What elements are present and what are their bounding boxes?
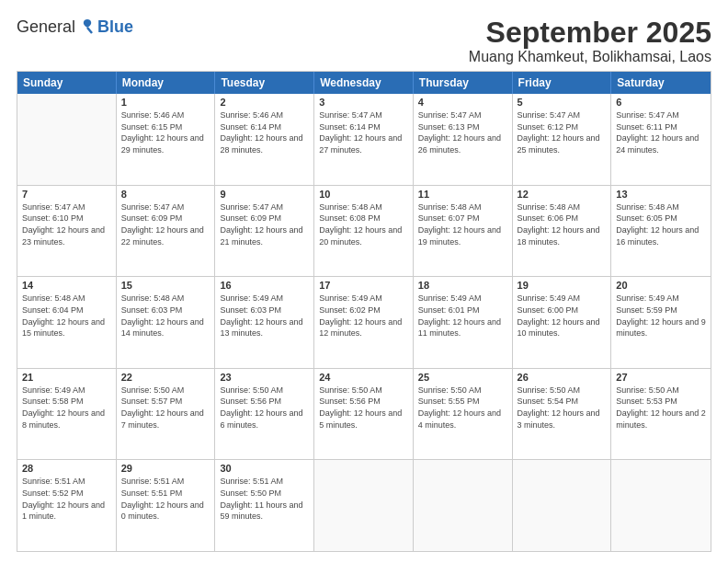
cell-info: Sunrise: 5:46 AM Sunset: 6:14 PM Dayligh… xyxy=(220,109,309,155)
cell-info: Sunrise: 5:50 AM Sunset: 5:57 PM Dayligh… xyxy=(121,385,210,431)
cal-cell-4-0: 28Sunrise: 5:51 AM Sunset: 5:52 PM Dayli… xyxy=(17,460,117,551)
cell-info: Sunrise: 5:48 AM Sunset: 6:05 PM Dayligh… xyxy=(616,201,706,247)
cal-cell-3-2: 23Sunrise: 5:50 AM Sunset: 5:56 PM Dayli… xyxy=(215,369,314,460)
header-friday: Friday xyxy=(513,72,612,94)
cal-cell-4-6 xyxy=(611,460,711,551)
cell-info: Sunrise: 5:48 AM Sunset: 6:07 PM Dayligh… xyxy=(418,201,507,247)
cal-cell-1-0: 7Sunrise: 5:47 AM Sunset: 6:10 PM Daylig… xyxy=(17,186,117,277)
header-thursday: Thursday xyxy=(414,72,513,94)
day-number: 19 xyxy=(518,280,607,291)
day-number: 25 xyxy=(418,372,507,383)
day-number: 10 xyxy=(319,189,408,200)
cal-cell-0-6: 6Sunrise: 5:47 AM Sunset: 6:11 PM Daylig… xyxy=(611,94,711,185)
cell-info: Sunrise: 5:47 AM Sunset: 6:14 PM Dayligh… xyxy=(319,109,408,155)
cal-cell-2-2: 16Sunrise: 5:49 AM Sunset: 6:03 PM Dayli… xyxy=(215,277,314,368)
cell-info: Sunrise: 5:48 AM Sunset: 6:08 PM Dayligh… xyxy=(319,201,408,247)
calendar-header: Sunday Monday Tuesday Wednesday Thursday… xyxy=(17,72,711,94)
logo: General Blue xyxy=(17,17,133,37)
cell-info: Sunrise: 5:49 AM Sunset: 6:01 PM Dayligh… xyxy=(418,293,507,339)
cal-cell-1-4: 11Sunrise: 5:48 AM Sunset: 6:07 PM Dayli… xyxy=(414,186,513,277)
cal-cell-0-4: 4Sunrise: 5:47 AM Sunset: 6:13 PM Daylig… xyxy=(414,94,513,185)
cal-cell-1-2: 9Sunrise: 5:47 AM Sunset: 6:09 PM Daylig… xyxy=(215,186,314,277)
cell-info: Sunrise: 5:50 AM Sunset: 5:54 PM Dayligh… xyxy=(518,385,607,431)
cal-row-3: 21Sunrise: 5:49 AM Sunset: 5:58 PM Dayli… xyxy=(17,368,711,460)
cal-cell-4-2: 30Sunrise: 5:51 AM Sunset: 5:50 PM Dayli… xyxy=(215,460,314,551)
day-number: 24 xyxy=(319,372,408,383)
day-number: 22 xyxy=(121,372,210,383)
day-number: 18 xyxy=(418,280,507,291)
day-number: 15 xyxy=(121,280,210,291)
cal-cell-4-1: 29Sunrise: 5:51 AM Sunset: 5:51 PM Dayli… xyxy=(117,460,216,551)
cell-info: Sunrise: 5:50 AM Sunset: 5:53 PM Dayligh… xyxy=(616,385,706,431)
cell-info: Sunrise: 5:50 AM Sunset: 5:56 PM Dayligh… xyxy=(220,385,309,431)
cell-info: Sunrise: 5:47 AM Sunset: 6:12 PM Dayligh… xyxy=(518,109,607,155)
cell-info: Sunrise: 5:48 AM Sunset: 6:06 PM Dayligh… xyxy=(518,201,607,247)
day-number: 14 xyxy=(22,280,111,291)
cal-cell-2-4: 18Sunrise: 5:49 AM Sunset: 6:01 PM Dayli… xyxy=(414,277,513,368)
cal-cell-2-1: 15Sunrise: 5:48 AM Sunset: 6:03 PM Dayli… xyxy=(117,277,216,368)
day-number: 20 xyxy=(616,280,706,291)
day-number: 9 xyxy=(220,189,309,200)
cal-cell-3-0: 21Sunrise: 5:49 AM Sunset: 5:58 PM Dayli… xyxy=(17,369,117,460)
logo-blue-text: Blue xyxy=(97,17,133,37)
logo-text: General Blue xyxy=(17,17,133,37)
day-number: 11 xyxy=(418,189,507,200)
cell-info: Sunrise: 5:48 AM Sunset: 6:03 PM Dayligh… xyxy=(121,293,210,339)
cal-cell-3-5: 26Sunrise: 5:50 AM Sunset: 5:54 PM Dayli… xyxy=(513,369,612,460)
cal-cell-0-0 xyxy=(17,94,117,185)
cal-cell-2-5: 19Sunrise: 5:49 AM Sunset: 6:00 PM Dayli… xyxy=(513,277,612,368)
cell-info: Sunrise: 5:46 AM Sunset: 6:15 PM Dayligh… xyxy=(121,109,210,155)
cal-cell-4-5 xyxy=(513,460,612,551)
day-number: 8 xyxy=(121,189,210,200)
cal-row-4: 28Sunrise: 5:51 AM Sunset: 5:52 PM Dayli… xyxy=(17,459,711,551)
cal-cell-1-3: 10Sunrise: 5:48 AM Sunset: 6:08 PM Dayli… xyxy=(314,186,414,277)
cal-cell-0-5: 5Sunrise: 5:47 AM Sunset: 6:12 PM Daylig… xyxy=(513,94,612,185)
page-title: September 2025 xyxy=(469,17,711,49)
cal-cell-3-6: 27Sunrise: 5:50 AM Sunset: 5:53 PM Dayli… xyxy=(611,369,711,460)
day-number: 17 xyxy=(319,280,408,291)
cell-info: Sunrise: 5:48 AM Sunset: 6:04 PM Dayligh… xyxy=(22,293,111,339)
day-number: 29 xyxy=(121,463,210,474)
day-number: 6 xyxy=(616,97,706,108)
cal-cell-1-5: 12Sunrise: 5:48 AM Sunset: 6:06 PM Dayli… xyxy=(513,186,612,277)
cal-cell-0-1: 1Sunrise: 5:46 AM Sunset: 6:15 PM Daylig… xyxy=(117,94,216,185)
cell-info: Sunrise: 5:49 AM Sunset: 6:02 PM Dayligh… xyxy=(319,293,408,339)
cal-cell-2-6: 20Sunrise: 5:49 AM Sunset: 5:59 PM Dayli… xyxy=(611,277,711,368)
day-number: 21 xyxy=(22,372,111,383)
day-number: 16 xyxy=(220,280,309,291)
cell-info: Sunrise: 5:49 AM Sunset: 6:03 PM Dayligh… xyxy=(220,293,309,339)
header: General Blue September 2025 Muang Khamke… xyxy=(17,17,711,65)
day-number: 27 xyxy=(616,372,706,383)
cell-info: Sunrise: 5:49 AM Sunset: 5:58 PM Dayligh… xyxy=(22,385,111,431)
cell-info: Sunrise: 5:47 AM Sunset: 6:10 PM Dayligh… xyxy=(22,201,111,247)
cal-cell-1-6: 13Sunrise: 5:48 AM Sunset: 6:05 PM Dayli… xyxy=(611,186,711,277)
cell-info: Sunrise: 5:47 AM Sunset: 6:09 PM Dayligh… xyxy=(121,201,210,247)
day-number: 5 xyxy=(518,97,607,108)
calendar-body: 1Sunrise: 5:46 AM Sunset: 6:15 PM Daylig… xyxy=(17,94,711,551)
cal-cell-4-4 xyxy=(414,460,513,551)
day-number: 2 xyxy=(220,97,309,108)
cal-cell-2-0: 14Sunrise: 5:48 AM Sunset: 6:04 PM Dayli… xyxy=(17,277,117,368)
day-number: 30 xyxy=(220,463,309,474)
header-sunday: Sunday xyxy=(17,72,117,94)
cal-cell-0-2: 2Sunrise: 5:46 AM Sunset: 6:14 PM Daylig… xyxy=(215,94,314,185)
cal-cell-2-3: 17Sunrise: 5:49 AM Sunset: 6:02 PM Dayli… xyxy=(314,277,414,368)
cell-info: Sunrise: 5:47 AM Sunset: 6:09 PM Dayligh… xyxy=(220,201,309,247)
cell-info: Sunrise: 5:51 AM Sunset: 5:50 PM Dayligh… xyxy=(220,476,309,522)
calendar: Sunday Monday Tuesday Wednesday Thursday… xyxy=(17,71,711,552)
title-block: September 2025 Muang Khamkeut, Bolikhams… xyxy=(469,17,711,65)
day-number: 23 xyxy=(220,372,309,383)
header-wednesday: Wednesday xyxy=(314,72,414,94)
page: General Blue September 2025 Muang Khamke… xyxy=(0,0,728,563)
header-tuesday: Tuesday xyxy=(215,72,314,94)
cal-cell-4-3 xyxy=(314,460,414,551)
logo-icon xyxy=(77,17,97,37)
day-number: 7 xyxy=(22,189,111,200)
cell-info: Sunrise: 5:51 AM Sunset: 5:51 PM Dayligh… xyxy=(121,476,210,522)
cal-row-2: 14Sunrise: 5:48 AM Sunset: 6:04 PM Dayli… xyxy=(17,276,711,368)
header-monday: Monday xyxy=(117,72,216,94)
day-number: 12 xyxy=(518,189,607,200)
logo-general-text: General xyxy=(17,17,75,37)
cell-info: Sunrise: 5:50 AM Sunset: 5:55 PM Dayligh… xyxy=(418,385,507,431)
day-number: 4 xyxy=(418,97,507,108)
